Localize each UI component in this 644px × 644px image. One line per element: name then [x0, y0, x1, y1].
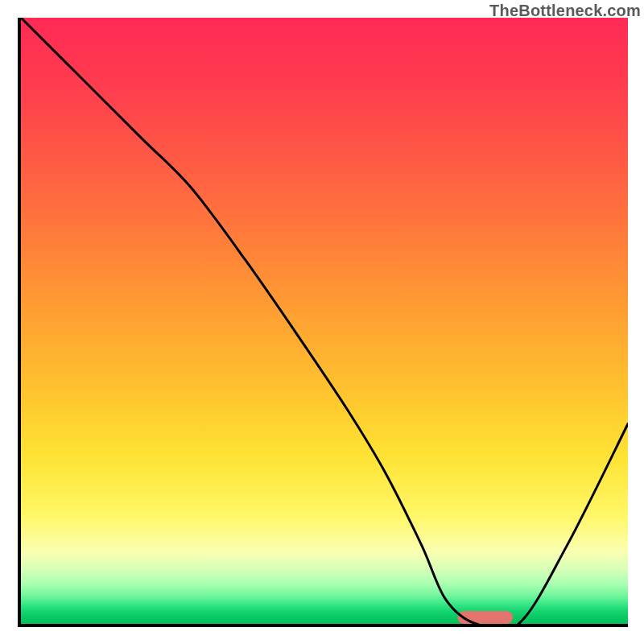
chart-svg — [21, 18, 628, 624]
bottleneck-curve-path — [21, 18, 628, 624]
watermark-text: TheBottleneck.com — [489, 2, 641, 20]
bottleneck-curve-line — [21, 18, 628, 624]
plot-area — [18, 18, 628, 627]
bottleneck-chart: TheBottleneck.com — [0, 0, 644, 644]
